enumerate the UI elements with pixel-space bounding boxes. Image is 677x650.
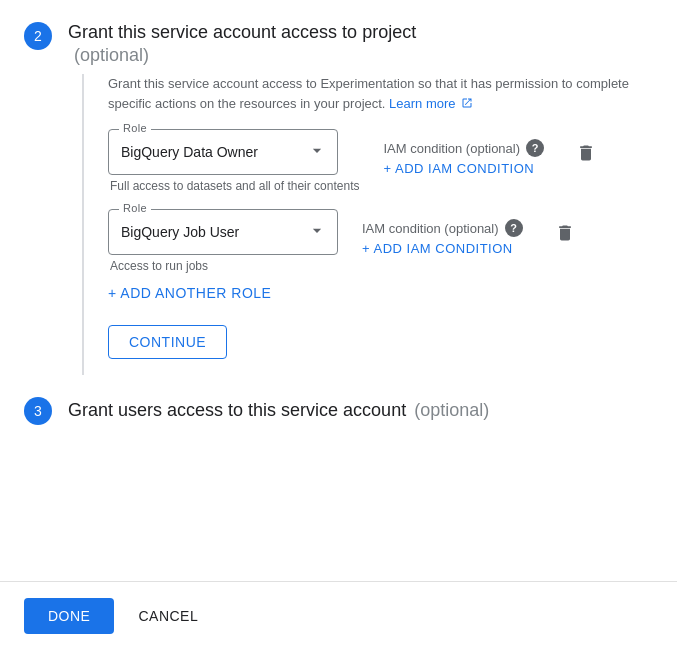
step-3-number: 3 bbox=[24, 397, 52, 425]
step-2-content: Grant this service account access to pro… bbox=[68, 20, 653, 66]
role-group-2: Role BigQuery Job User Access to run job… bbox=[108, 209, 338, 273]
learn-more-link[interactable]: Learn more bbox=[389, 96, 473, 111]
iam-label-1: IAM condition (optional) ? bbox=[383, 139, 544, 157]
footer-bar: DONE CANCEL bbox=[0, 581, 677, 650]
delete-role-button-1[interactable] bbox=[568, 135, 604, 174]
trash-icon-1 bbox=[576, 143, 596, 163]
step-2-description: Grant this service account access to Exp… bbox=[108, 74, 653, 113]
iam-help-icon-2[interactable]: ? bbox=[505, 219, 523, 237]
page-container: 2 Grant this service account access to p… bbox=[0, 0, 677, 515]
iam-help-icon-1[interactable]: ? bbox=[526, 139, 544, 157]
add-iam-button-2[interactable]: + ADD IAM CONDITION bbox=[362, 241, 523, 256]
role-hint-1: Full access to datasets and all of their… bbox=[110, 179, 359, 193]
role-select-1[interactable]: BigQuery Data Owner bbox=[109, 130, 337, 174]
role-group-1: Role BigQuery Data Owner Full access to … bbox=[108, 129, 359, 193]
add-another-role-button[interactable]: + ADD ANOTHER ROLE bbox=[108, 281, 271, 305]
step-3-optional: (optional) bbox=[414, 400, 489, 421]
iam-group-2: IAM condition (optional) ? + ADD IAM CON… bbox=[362, 209, 523, 256]
step-2-body: Grant this service account access to Exp… bbox=[82, 74, 653, 375]
done-button[interactable]: DONE bbox=[24, 598, 114, 634]
step-3-section: 3 Grant users access to this service acc… bbox=[0, 395, 677, 425]
step-3-title: Grant users access to this service accou… bbox=[68, 400, 406, 421]
role-select-2[interactable]: BigQuery Job User bbox=[109, 210, 337, 254]
step-2-optional: (optional) bbox=[74, 45, 149, 65]
iam-group-1: IAM condition (optional) ? + ADD IAM CON… bbox=[383, 129, 544, 176]
iam-label-2: IAM condition (optional) ? bbox=[362, 219, 523, 237]
role-label-1: Role bbox=[119, 122, 151, 134]
step-2-header: Grant this service account access to pro… bbox=[68, 20, 653, 66]
continue-button[interactable]: CONTINUE bbox=[108, 325, 227, 359]
role-select-wrapper-2[interactable]: Role BigQuery Job User bbox=[108, 209, 338, 255]
step-2-title: Grant this service account access to pro… bbox=[68, 22, 416, 42]
role-hint-2: Access to run jobs bbox=[110, 259, 338, 273]
add-iam-button-1[interactable]: + ADD IAM CONDITION bbox=[383, 161, 544, 176]
delete-role-button-2[interactable] bbox=[547, 215, 583, 254]
role-label-2: Role bbox=[119, 202, 151, 214]
trash-icon-2 bbox=[555, 223, 575, 243]
step-2-number: 2 bbox=[24, 22, 52, 50]
role-row-1: Role BigQuery Data Owner Full access to … bbox=[108, 129, 653, 193]
role-row-2: Role BigQuery Job User Access to run job… bbox=[108, 209, 653, 273]
cancel-button[interactable]: CANCEL bbox=[138, 608, 198, 624]
step-2-section: 2 Grant this service account access to p… bbox=[0, 20, 677, 66]
role-select-wrapper-1[interactable]: Role BigQuery Data Owner bbox=[108, 129, 338, 175]
